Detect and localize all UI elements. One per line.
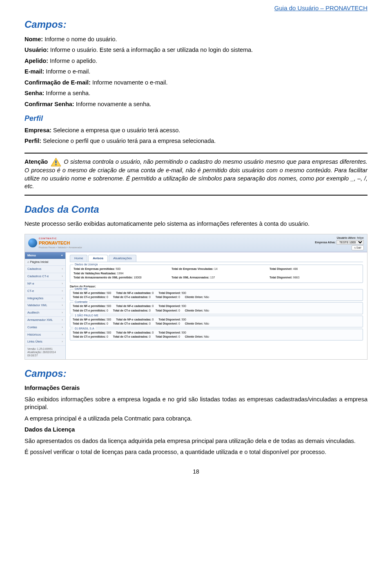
- field-label: Nome:: [24, 36, 43, 42]
- field-label: Senha:: [24, 90, 44, 96]
- logo-brand: PRONAVTECH: [39, 240, 82, 246]
- field-label: Usuário:: [24, 47, 49, 53]
- field-line: Apelido: Informe o apelido.: [24, 57, 368, 65]
- field-line: Usuário: Informe o usuário. Este será a …: [24, 46, 368, 54]
- chevron-right-icon: ›: [62, 282, 63, 286]
- field-text: Informe o e-mail.: [44, 68, 90, 75]
- logo-brand-small: CONTMATIC: [39, 237, 82, 240]
- emissor-row: Total de CT-e permitidos: 0Total de CT-e…: [73, 295, 360, 299]
- user-active-label: Usuário Ativo:: [337, 236, 356, 239]
- field-text: Selecione o perfil que o usuário terá pa…: [41, 138, 216, 144]
- attention-block: Atenção O sistema controla o usuário, nã…: [24, 153, 368, 196]
- svg-rect-1: [55, 160, 56, 163]
- campos-heading-1: Campos:: [24, 18, 368, 31]
- chevron-right-icon: ›: [62, 303, 63, 308]
- app-topbar: CONTMATIC PRONAVTECH Produtos Fiscais • …: [25, 234, 367, 252]
- field-text: Informe o apelido.: [48, 58, 97, 64]
- sidebar-item[interactable]: Cadastros›: [25, 266, 65, 273]
- dados-conta-heading: Dados da Conta: [24, 203, 368, 216]
- field-text: Informe a senha.: [44, 90, 90, 96]
- sidebar-item[interactable]: Armazenador XML›: [25, 317, 65, 324]
- sidebar-item[interactable]: NF-e›: [25, 280, 65, 288]
- sidebar: Menu« ⌂ Página InicialCadastros›Cadastro…: [25, 252, 66, 359]
- empresa-select[interactable]: TESTE 1000: [336, 240, 364, 245]
- field-text: Informe novamente a senha.: [74, 101, 151, 107]
- chevron-right-icon: ›: [62, 333, 63, 337]
- emissor-box: 1 SÃO PAULO METotal de NF-e permitidas: …: [70, 316, 363, 327]
- emissor-legend: 1 SÃO PAULO ME: [74, 314, 100, 317]
- user-active-value: felipe: [357, 236, 364, 239]
- emissor-row: Total de NF-e permitidas: 500Total de NF…: [73, 318, 360, 321]
- sidebar-item[interactable]: ⌂ Página Inicial: [25, 259, 65, 266]
- field-line: E-mail: Informe o e-mail.: [24, 68, 368, 76]
- app-logo: CONTMATIC PRONAVTECH Produtos Fiscais • …: [28, 237, 82, 249]
- sidebar-item[interactable]: CT-e›: [25, 288, 65, 295]
- field-line: Confirmação de E-mail: Informe novamente…: [24, 79, 368, 87]
- sidebar-version: Versão: 1.25.0.69951 Atualização: 28/02/…: [25, 346, 65, 359]
- main-area: HomeAvisosAtualizações Dados da Licença …: [66, 252, 367, 359]
- campos2-p4: É possível verificar o total de licenças…: [24, 448, 368, 456]
- campos2-p2: A empresa principal é a utilizada pela C…: [24, 415, 368, 423]
- tab[interactable]: Atualizações: [109, 255, 136, 262]
- info-gerais-sub: Informações Gerais: [24, 385, 80, 391]
- alert-icon: [51, 158, 61, 167]
- campos-heading-2: Campos:: [24, 367, 368, 380]
- globe-icon: [28, 238, 37, 247]
- emissor-row: Total de NF-e permitidas: 500Total de NF…: [73, 331, 360, 334]
- emissor-row: Total de CT-e permitidos: 0Total de CT-e…: [73, 335, 360, 338]
- emissor-box: DARE METotal de NF-e permitidas: 500Tota…: [70, 289, 363, 301]
- chevron-right-icon: ›: [62, 318, 63, 323]
- app-screenshot: CONTMATIC PRONAVTECH Produtos Fiscais • …: [24, 234, 368, 360]
- chevron-right-icon: ›: [62, 289, 63, 294]
- field-label: Perfil:: [24, 138, 41, 144]
- field-line: Nome: Informe o nome do usuário.: [24, 36, 368, 44]
- emissor-row: Total de CT-e permitidos: 0Total de CT-e…: [73, 322, 360, 325]
- emissor-header: Dados do Emissor:: [70, 285, 363, 288]
- dados-conta-text: Neste processo serão exibidas automatica…: [24, 220, 368, 228]
- tabs: HomeAvisosAtualizações: [70, 255, 363, 263]
- sidebar-item[interactable]: Validador XML›: [25, 302, 65, 309]
- license-summary-row: Total de Empresas permitidas: 500Total d…: [74, 267, 359, 271]
- field-line: Senha: Informe a senha.: [24, 89, 368, 98]
- app-user-block: Usuário Ativo: felipe Empresa Ativa: TES…: [315, 236, 364, 250]
- field-label: Confirmar Senha:: [24, 101, 74, 107]
- license-box: Dados da Licença Total de Empresas permi…: [70, 265, 363, 283]
- emissor-row: Total de CT-e permitidos: 0Total de CT-e…: [73, 309, 360, 312]
- chevron-right-icon: ›: [62, 340, 63, 344]
- empresa-active-label: Empresa Ativa:: [315, 241, 336, 244]
- sair-button[interactable]: ⦸ Sair: [352, 245, 364, 250]
- sidebar-item[interactable]: Contas›: [25, 324, 65, 332]
- field-text: Informe novamente o e-mail.: [91, 79, 168, 86]
- chevron-right-icon: ›: [62, 274, 63, 279]
- chevron-right-icon: ›: [62, 296, 63, 301]
- license-summary-row: Total de Armazenamento de XML permitido:…: [74, 276, 359, 279]
- chevron-right-icon: ›: [62, 311, 63, 315]
- svg-rect-2: [55, 164, 56, 165]
- attention-label: Atenção: [24, 158, 48, 165]
- field-text: Selecione a empresa que o usuário terá a…: [51, 127, 180, 134]
- dados-licenca-sub: Dados da Licença: [24, 426, 75, 433]
- emissor-row: Total de NF-e permitidas: 500Total de NF…: [73, 304, 360, 308]
- attention-text: O sistema controla o usuário, não permit…: [24, 158, 368, 189]
- sidebar-item[interactable]: Cadastros CT-e›: [25, 273, 65, 280]
- campos2-p3: São apresentados os dados da licença adq…: [24, 437, 368, 445]
- sidebar-item[interactable]: Históricos›: [25, 332, 65, 339]
- perfil-subheading: Perfil: [24, 113, 368, 123]
- field-label: Apelido:: [24, 58, 48, 64]
- tab[interactable]: Home: [70, 255, 87, 262]
- sidebar-item[interactable]: Links Úteis›: [25, 338, 65, 346]
- chevron-right-icon: ›: [62, 267, 63, 271]
- emissor-row: Total de NF-e permitidas: 500Total de NF…: [73, 291, 360, 295]
- tab[interactable]: Avisos: [88, 255, 108, 262]
- field-label: Confirmação de E-mail:: [24, 79, 91, 86]
- sidebar-item[interactable]: Integrações›: [25, 295, 65, 303]
- emissor-box: ContmaticTotal de NF-e permitidas: 500To…: [70, 302, 363, 314]
- field-line: Perfil: Selecione o perfil que o usuário…: [24, 137, 368, 145]
- page-number: 18: [24, 468, 368, 476]
- field-label: Empresa:: [24, 127, 51, 134]
- chevron-right-icon: ›: [62, 325, 63, 330]
- field-label: E-mail:: [24, 68, 44, 75]
- sidebar-menu-header: Menu«: [25, 252, 65, 259]
- header-guide-link: Guia do Usuário – PRONAVTECH: [24, 4, 368, 12]
- sidebar-item[interactable]: Auditech›: [25, 309, 65, 317]
